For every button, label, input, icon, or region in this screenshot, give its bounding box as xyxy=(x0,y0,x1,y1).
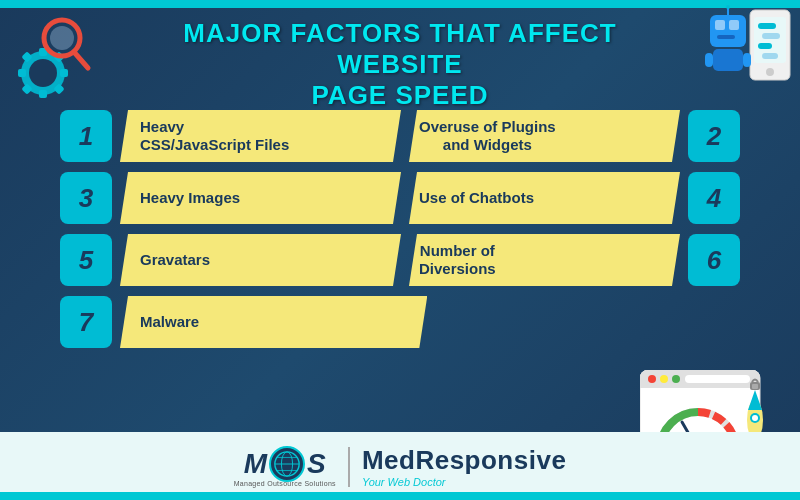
svg-rect-35 xyxy=(685,375,750,383)
mos-logo: M S Managed Outsource Solutions xyxy=(234,446,336,487)
factor-label-6: Number ofDiversions xyxy=(409,234,680,286)
svg-point-1 xyxy=(29,59,57,87)
svg-rect-18 xyxy=(762,53,778,59)
svg-rect-5 xyxy=(60,69,68,77)
svg-point-34 xyxy=(672,375,680,383)
factors-container: 1 HeavyCSS/JavaScript Files Overuse of P… xyxy=(60,110,740,358)
factor-badge-6: 6 xyxy=(688,234,740,286)
logo-divider xyxy=(348,447,350,487)
factor-row-4: 7 Malware xyxy=(60,296,740,348)
factor-row-2: 3 Heavy Images Use of Chatbots 4 xyxy=(60,172,740,224)
page-title: MAJOR FACTORS THAT AFFECT WEBSITE PAGE S… xyxy=(120,18,680,112)
title-area: MAJOR FACTORS THAT AFFECT WEBSITE PAGE S… xyxy=(120,18,680,112)
factor-label-5: Gravatars xyxy=(120,234,401,286)
svg-line-12 xyxy=(74,52,88,68)
factor-label-2: Overuse of Pluginsand Widgets xyxy=(409,110,680,162)
factor-row-3: 5 Gravatars Number ofDiversions 6 xyxy=(60,234,740,286)
bottom-accent-bar xyxy=(0,492,800,500)
svg-rect-15 xyxy=(758,23,776,29)
factor-label-7: Malware xyxy=(120,296,427,348)
logo-area: M S Managed Outsource Solutions xyxy=(0,445,800,488)
factor-label-1: HeavyCSS/JavaScript Files xyxy=(120,110,401,162)
brand-tagline: Your Web Doctor xyxy=(362,476,446,488)
svg-rect-22 xyxy=(729,20,739,30)
factor-badge-7: 7 xyxy=(60,296,112,348)
brand-name: MedResponsive xyxy=(362,445,566,476)
brand-name-area: MedResponsive Your Web Doctor xyxy=(362,445,566,488)
factor-badge-3: 3 xyxy=(60,172,112,224)
svg-point-11 xyxy=(50,26,74,50)
robot-icon xyxy=(705,5,795,105)
svg-rect-28 xyxy=(743,53,751,67)
factor-badge-2: 2 xyxy=(688,110,740,162)
svg-rect-21 xyxy=(715,20,725,30)
svg-point-25 xyxy=(726,5,730,9)
factor-label-4: Use of Chatbots xyxy=(409,172,680,224)
magnifier-icon xyxy=(10,10,100,100)
svg-rect-20 xyxy=(710,15,746,47)
svg-point-32 xyxy=(648,375,656,383)
top-accent-bar xyxy=(0,0,800,8)
factor-badge-1: 1 xyxy=(60,110,112,162)
factor-row-1: 1 HeavyCSS/JavaScript Files Overuse of P… xyxy=(60,110,740,162)
svg-rect-27 xyxy=(705,53,713,67)
svg-point-19 xyxy=(766,68,774,76)
mos-globe xyxy=(269,446,305,482)
factor-badge-4: 4 xyxy=(688,172,740,224)
svg-point-33 xyxy=(660,375,668,383)
svg-rect-16 xyxy=(762,33,780,39)
svg-rect-3 xyxy=(39,90,47,98)
title-line1: MAJOR FACTORS THAT AFFECT WEBSITE xyxy=(183,18,616,79)
svg-rect-4 xyxy=(18,69,26,77)
svg-rect-26 xyxy=(713,49,743,71)
svg-point-45 xyxy=(752,415,758,421)
factor-badge-5: 5 xyxy=(60,234,112,286)
svg-rect-49 xyxy=(752,384,758,389)
svg-rect-23 xyxy=(717,35,735,39)
factor-label-3: Heavy Images xyxy=(120,172,401,224)
title-line2: PAGE SPEED xyxy=(311,80,488,110)
svg-rect-17 xyxy=(758,43,772,49)
background: MAJOR FACTORS THAT AFFECT WEBSITE PAGE S… xyxy=(0,0,800,500)
